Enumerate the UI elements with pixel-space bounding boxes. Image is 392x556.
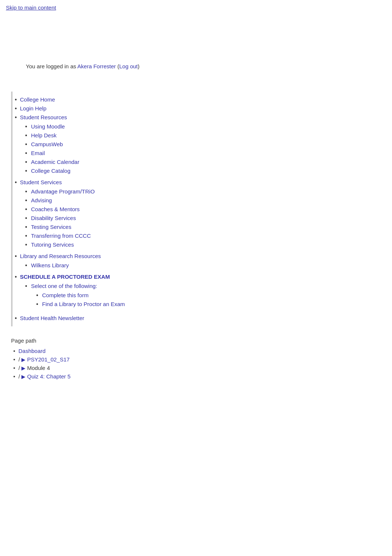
nav-item-advantage-program: Advantage Program/TRiO <box>31 187 181 196</box>
select-following-sublist: Complete this form Find a Library to Pro… <box>31 289 181 310</box>
nav-item-email: Email <box>31 149 181 158</box>
student-health-newsletter-link[interactable]: Student Health Newsletter <box>20 315 84 321</box>
page-path-section: Page path Dashboard / ▶ PSY201_02_S17 / … <box>11 337 381 381</box>
nav-item-login-help: Login Help <box>13 104 181 113</box>
nav-item-schedule-exam: SCHEDULE A PROCTORED EXAM Select one of … <box>13 272 181 314</box>
nav-item-college-home: College Home <box>13 95 181 104</box>
find-library-link[interactable]: Find a Library to Proctor an Exam <box>42 301 125 307</box>
college-home-link[interactable]: College Home <box>20 96 55 103</box>
nav-item-wilkens-library: Wilkens Library <box>31 261 181 270</box>
nav-item-find-library: Find a Library to Proctor an Exam <box>42 300 181 309</box>
email-link[interactable]: Email <box>31 150 45 156</box>
schedule-exam-sublist: Select one of the following: Complete th… <box>20 280 181 313</box>
using-moodle-link[interactable]: Using Moodle <box>31 123 65 130</box>
module4-text: Module 4 <box>27 365 50 371</box>
logout-link[interactable]: Log out <box>119 63 138 69</box>
user-name-link[interactable]: Akera Forrester <box>78 63 116 69</box>
library-sublist: Wilkens Library <box>20 260 181 271</box>
navigation-sidebar: College Home Login Help Student Resource… <box>11 92 181 326</box>
nav-item-disability-services: Disability Services <box>31 214 181 223</box>
login-bar: You are logged in as Akera Forrester (Lo… <box>0 59 392 73</box>
nav-item-academic-calendar: Academic Calendar <box>31 158 181 167</box>
college-catalog-link[interactable]: College Catalog <box>31 168 71 174</box>
arrow-icon-1: ▶ <box>21 357 25 363</box>
page-path-psy201: / ▶ PSY201_02_S17 <box>11 355 381 364</box>
page-path-list: Dashboard / ▶ PSY201_02_S17 / ▶ Module 4… <box>11 347 381 381</box>
help-desk-link[interactable]: Help Desk <box>31 132 56 138</box>
page-path-dashboard: Dashboard <box>11 347 381 355</box>
advising-link[interactable]: Advising <box>31 197 52 203</box>
nav-item-complete-form: Complete this form <box>42 291 181 300</box>
arrow-icon-2: ▶ <box>21 365 25 371</box>
academic-calendar-link[interactable]: Academic Calendar <box>31 159 79 165</box>
login-help-link[interactable]: Login Help <box>20 105 47 111</box>
coaches-mentors-link[interactable]: Coaches & Mentors <box>31 206 80 212</box>
nav-item-student-services: Student Services Advantage Program/TRiO … <box>13 178 181 252</box>
wilkens-library-link[interactable]: Wilkens Library <box>31 262 69 268</box>
nav-item-select-following: Select one of the following: Complete th… <box>31 282 181 311</box>
nav-item-college-catalog: College Catalog <box>31 167 181 175</box>
advantage-program-link[interactable]: Advantage Program/TRiO <box>31 188 95 195</box>
campusweb-link[interactable]: CampusWeb <box>31 141 63 147</box>
testing-services-link[interactable]: Testing Services <box>31 224 71 230</box>
library-link[interactable]: Library and Research Resources <box>20 253 101 259</box>
nav-item-help-desk: Help Desk <box>31 131 181 140</box>
nav-item-coaches-mentors: Coaches & Mentors <box>31 205 181 214</box>
arrow-icon-3: ▶ <box>21 374 25 380</box>
main-nav-list: College Home Login Help Student Resource… <box>13 95 181 323</box>
disability-services-link[interactable]: Disability Services <box>31 215 76 221</box>
nav-item-student-resources: Student Resources Using Moodle Help Desk… <box>13 113 181 178</box>
student-resources-link[interactable]: Student Resources <box>20 114 67 120</box>
student-services-link[interactable]: Student Services <box>20 179 62 185</box>
page-path-module4: / ▶ Module 4 <box>11 364 381 372</box>
skip-to-main-content-link[interactable]: Skip to main content <box>0 0 392 15</box>
nav-item-tutoring-services: Tutoring Services <box>31 240 181 249</box>
complete-form-link[interactable]: Complete this form <box>42 292 89 298</box>
tutoring-services-link[interactable]: Tutoring Services <box>31 241 74 248</box>
select-following-link[interactable]: Select one of the following: <box>31 283 97 289</box>
page-path-quiz4: / ▶ Quiz 4: Chapter 5 <box>11 372 381 381</box>
nav-item-student-health: Student Health Newsletter <box>13 314 181 323</box>
login-prefix: You are logged in as <box>26 63 78 69</box>
student-resources-sublist: Using Moodle Help Desk CampusWeb Email A… <box>20 121 181 177</box>
nav-item-transferring: Transferring from CCCC <box>31 231 181 240</box>
quiz4-link[interactable]: Quiz 4: Chapter 5 <box>27 373 71 380</box>
nav-item-advising: Advising <box>31 196 181 205</box>
schedule-exam-link[interactable]: SCHEDULE A PROCTORED EXAM <box>20 274 110 280</box>
psy201-link[interactable]: PSY201_02_S17 <box>27 356 70 363</box>
nav-item-testing-services: Testing Services <box>31 223 181 231</box>
student-services-sublist: Advantage Program/TRiO Advising Coaches … <box>20 186 181 251</box>
nav-item-campusweb: CampusWeb <box>31 140 181 149</box>
dashboard-link[interactable]: Dashboard <box>18 348 45 354</box>
nav-item-library: Library and Research Resources Wilkens L… <box>13 252 181 272</box>
nav-item-using-moodle: Using Moodle <box>31 122 181 131</box>
page-path-label: Page path <box>11 337 381 344</box>
transferring-link[interactable]: Transferring from CCCC <box>31 233 91 239</box>
